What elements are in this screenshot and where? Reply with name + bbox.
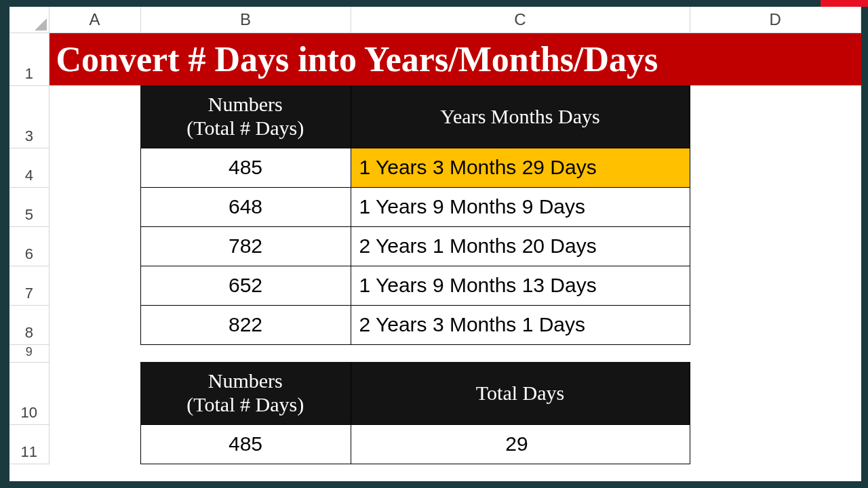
column-header-row: A B C D	[9, 7, 861, 33]
cell-B5[interactable]: 648	[140, 187, 351, 226]
cell-B4[interactable]: 485	[140, 148, 351, 187]
table1-header-numbers[interactable]: Numbers (Total # Days)	[140, 85, 351, 148]
table2-header-numbers[interactable]: Numbers (Total # Days)	[140, 362, 351, 424]
cell-A11[interactable]	[49, 424, 140, 464]
cell-C8[interactable]: 2 Years 3 Months 1 Days	[351, 305, 690, 344]
window-accent	[821, 0, 868, 7]
cell-A9[interactable]	[49, 344, 140, 362]
select-all-corner[interactable]	[9, 7, 49, 33]
row-header-1[interactable]: 1	[9, 33, 49, 85]
cell-A4[interactable]	[49, 148, 140, 187]
row-8: 8 822 2 Years 3 Months 1 Days	[9, 305, 861, 344]
row-header-7[interactable]: 7	[9, 266, 49, 305]
col-header-B[interactable]: B	[140, 7, 351, 33]
cell-A8[interactable]	[49, 305, 140, 344]
cell-B7[interactable]: 652	[140, 266, 351, 305]
row-header-6[interactable]: 6	[9, 226, 49, 266]
row-1: 1 Convert # Days into Years/Months/Days	[9, 33, 861, 85]
row-header-3[interactable]: 3	[9, 85, 49, 148]
row-10: 10 Numbers (Total # Days) Total Days	[9, 362, 861, 424]
row-header-8[interactable]: 8	[9, 305, 49, 344]
col-header-C[interactable]: C	[351, 7, 690, 33]
cell-B8[interactable]: 822	[140, 305, 351, 344]
row-4: 4 485 1 Years 3 Months 29 Days	[9, 148, 861, 187]
col-header-D[interactable]: D	[690, 7, 861, 33]
row-3: 3 Numbers (Total # Days) Years Months Da…	[9, 85, 861, 148]
cell-C5[interactable]: 1 Years 9 Months 9 Days	[351, 187, 690, 226]
row-header-10[interactable]: 10	[9, 362, 49, 424]
cell-A10[interactable]	[49, 362, 140, 424]
cell-C6[interactable]: 2 Years 1 Months 20 Days	[351, 226, 690, 266]
row-header-4[interactable]: 4	[9, 148, 49, 187]
cell-D6[interactable]	[690, 226, 861, 266]
row-header-5[interactable]: 5	[9, 187, 49, 226]
table2-header-total[interactable]: Total Days	[351, 362, 690, 424]
cell-C11[interactable]: 29	[351, 424, 690, 464]
cell-A3[interactable]	[49, 85, 140, 148]
row-7: 7 652 1 Years 9 Months 13 Days	[9, 266, 861, 305]
row-5: 5 648 1 Years 9 Months 9 Days	[9, 187, 861, 226]
title-cell[interactable]: Convert # Days into Years/Months/Days	[49, 33, 861, 85]
cell-D9[interactable]	[690, 344, 861, 362]
table1-header-result[interactable]: Years Months Days	[351, 85, 690, 148]
cell-D8[interactable]	[690, 305, 861, 344]
spreadsheet: A B C D 1 Convert # Days into Years/Mont…	[9, 7, 861, 481]
cell-B11[interactable]: 485	[140, 424, 351, 464]
row-9: 9	[9, 344, 861, 362]
cell-D7[interactable]	[690, 266, 861, 305]
cell-D5[interactable]	[690, 187, 861, 226]
cell-C7[interactable]: 1 Years 9 Months 13 Days	[351, 266, 690, 305]
cell-D4[interactable]	[690, 148, 861, 187]
cell-A6[interactable]	[49, 226, 140, 266]
cell-B9[interactable]	[140, 344, 351, 362]
cell-C4[interactable]: 1 Years 3 Months 29 Days	[351, 148, 690, 187]
cell-A5[interactable]	[49, 187, 140, 226]
grid-table: A B C D 1 Convert # Days into Years/Mont…	[9, 7, 861, 464]
row-11: 11 485 29	[9, 424, 861, 464]
row-6: 6 782 2 Years 1 Months 20 Days	[9, 226, 861, 266]
cell-D3[interactable]	[690, 85, 861, 148]
cell-C9[interactable]	[351, 344, 690, 362]
col-header-A[interactable]: A	[49, 7, 140, 33]
row-header-9[interactable]: 9	[9, 344, 49, 362]
row-header-11[interactable]: 11	[9, 424, 49, 464]
cell-D10[interactable]	[690, 362, 861, 424]
cell-D11[interactable]	[690, 424, 861, 464]
cell-B6[interactable]: 782	[140, 226, 351, 266]
cell-A7[interactable]	[49, 266, 140, 305]
